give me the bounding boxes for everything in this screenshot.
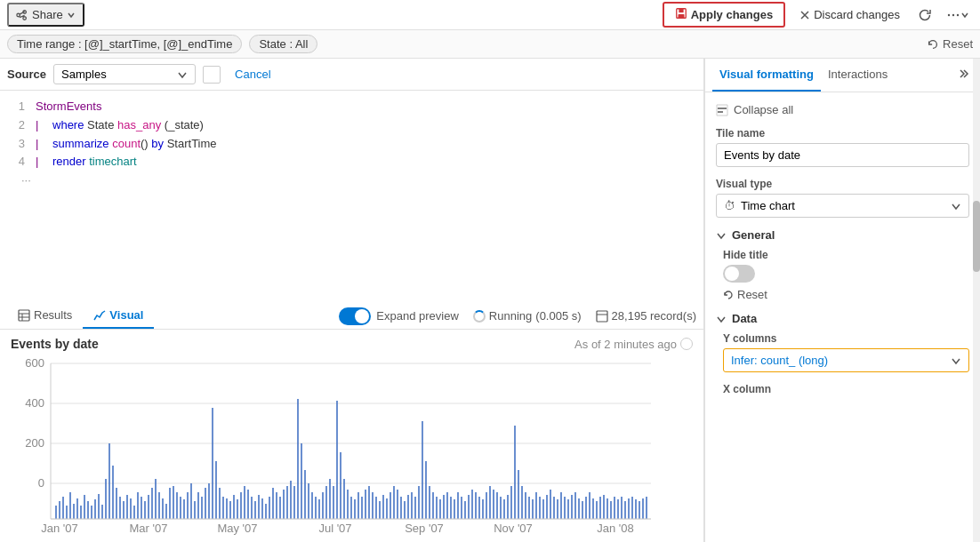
expand-preview-label: Expand preview xyxy=(376,309,459,323)
svg-rect-177 xyxy=(585,497,587,519)
time-range-filter[interactable]: Time range : [@]_startTime, [@]_endTime xyxy=(7,35,242,53)
right-panel: Visual formatting Interactions Collapse … xyxy=(704,59,980,542)
results-tab[interactable]: Results xyxy=(7,303,83,329)
svg-rect-172 xyxy=(567,499,569,519)
svg-rect-93 xyxy=(286,486,288,519)
svg-rect-54 xyxy=(148,495,149,519)
svg-rect-127 xyxy=(407,495,409,519)
hide-title-toggle[interactable] xyxy=(723,265,755,283)
svg-rect-116 xyxy=(368,486,370,519)
general-section-header[interactable]: General xyxy=(716,228,969,242)
cancel-button[interactable]: Cancel xyxy=(228,66,277,83)
svg-rect-74 xyxy=(219,488,221,519)
reset-label: Reset xyxy=(943,37,973,51)
refresh-button[interactable] xyxy=(914,4,936,26)
interactions-tab-label: Interactions xyxy=(828,68,888,81)
save-icon xyxy=(675,7,687,22)
share-button[interactable]: Share xyxy=(7,3,84,27)
svg-rect-37 xyxy=(87,501,89,519)
svg-rect-111 xyxy=(350,497,352,519)
apply-changes-button[interactable]: Apply changes xyxy=(663,2,785,28)
svg-rect-134 xyxy=(432,492,434,519)
svg-rect-128 xyxy=(411,492,413,519)
svg-rect-160 xyxy=(525,492,526,519)
svg-rect-79 xyxy=(237,499,238,519)
checkbox[interactable] xyxy=(203,66,221,84)
data-section-content: Y columns Infer: count_ (long) X column xyxy=(716,332,969,395)
state-filter[interactable]: State : All xyxy=(249,35,317,53)
scrollbar-track[interactable] xyxy=(973,59,980,542)
svg-rect-76 xyxy=(226,498,228,519)
svg-rect-103 xyxy=(322,492,324,519)
svg-rect-161 xyxy=(528,497,530,519)
share-chevron-icon xyxy=(67,11,76,20)
svg-rect-73 xyxy=(215,461,217,519)
svg-rect-184 xyxy=(610,501,612,519)
y-columns-chevron-icon xyxy=(951,355,961,366)
svg-rect-49 xyxy=(130,498,132,519)
code-ellipsis: ··· xyxy=(11,171,693,188)
visual-formatting-tab[interactable]: Visual formatting xyxy=(712,59,821,92)
source-select[interactable]: Samples xyxy=(53,64,196,84)
svg-rect-68 xyxy=(197,492,199,519)
collapse-all-label: Collapse all xyxy=(734,103,793,116)
svg-rect-30 xyxy=(62,497,64,519)
svg-rect-141 xyxy=(457,492,459,519)
svg-rect-69 xyxy=(201,497,203,519)
svg-text:200: 200 xyxy=(25,436,44,450)
svg-rect-65 xyxy=(187,492,189,519)
data-section-header[interactable]: Data xyxy=(716,312,969,325)
visual-type-select[interactable]: ⏱ Time chart xyxy=(716,194,969,218)
scrollbar-thumb[interactable] xyxy=(973,201,980,272)
expand-preview-toggle[interactable] xyxy=(339,307,371,325)
collapse-all-button[interactable]: Collapse all xyxy=(716,100,969,120)
reset-small-icon xyxy=(723,290,734,300)
svg-rect-152 xyxy=(496,492,498,519)
svg-rect-72 xyxy=(212,408,213,519)
svg-rect-179 xyxy=(592,498,594,519)
svg-rect-44 xyxy=(112,466,114,519)
y-columns-select[interactable]: Infer: count_ (long) xyxy=(723,348,969,372)
records-label: 28,195 record(s) xyxy=(612,309,696,323)
discard-changes-button[interactable]: Discard changes xyxy=(792,4,907,25)
filter-reset-button[interactable]: Reset xyxy=(927,37,973,51)
svg-rect-123 xyxy=(393,486,395,519)
svg-rect-164 xyxy=(539,497,541,519)
svg-rect-170 xyxy=(560,492,562,519)
close-icon xyxy=(799,10,810,20)
y-columns-group: Y columns Infer: count_ (long) xyxy=(723,332,969,372)
svg-rect-189 xyxy=(628,498,630,519)
chart-timestamp: As of 2 minutes ago xyxy=(574,338,693,351)
collapse-icon xyxy=(716,104,728,116)
svg-rect-106 xyxy=(333,486,334,519)
visual-tab[interactable]: Visual xyxy=(83,303,154,329)
more-button[interactable] xyxy=(943,4,973,26)
svg-rect-148 xyxy=(482,499,484,519)
svg-point-5 xyxy=(957,13,959,15)
svg-rect-117 xyxy=(372,492,374,519)
general-section-content: Hide title Reset xyxy=(716,249,969,303)
svg-rect-57 xyxy=(158,492,160,519)
tile-name-input[interactable] xyxy=(716,143,969,167)
time-range-label: Time range : [@]_startTime, [@]_endTime xyxy=(17,37,232,51)
code-editor[interactable]: 1 StormEvents 2 | where State has_any (_… xyxy=(0,91,703,303)
svg-rect-132 xyxy=(425,461,427,519)
chart-title: Events by date xyxy=(11,337,99,351)
svg-rect-149 xyxy=(486,492,487,519)
svg-rect-140 xyxy=(454,499,455,519)
svg-rect-174 xyxy=(574,492,576,519)
svg-rect-190 xyxy=(631,497,633,519)
interactions-tab[interactable]: Interactions xyxy=(821,59,895,92)
svg-rect-86 xyxy=(261,498,263,519)
svg-rect-135 xyxy=(436,497,438,519)
top-bar-left: Share xyxy=(7,3,84,27)
right-panel-expand-button[interactable] xyxy=(952,60,973,91)
visual-type-chevron-icon xyxy=(951,201,961,211)
query-tabs: Results Visual Expand preview Running (0… xyxy=(0,303,703,330)
svg-rect-100 xyxy=(311,492,313,519)
chart-area: Events by date As of 2 minutes ago 600 4… xyxy=(0,330,703,542)
svg-rect-28 xyxy=(55,506,57,519)
general-reset-button[interactable]: Reset xyxy=(723,286,767,303)
filter-bar: Time range : [@]_startTime, [@]_endTime … xyxy=(0,30,980,59)
code-line-4: 4 | render timechart xyxy=(11,153,693,171)
